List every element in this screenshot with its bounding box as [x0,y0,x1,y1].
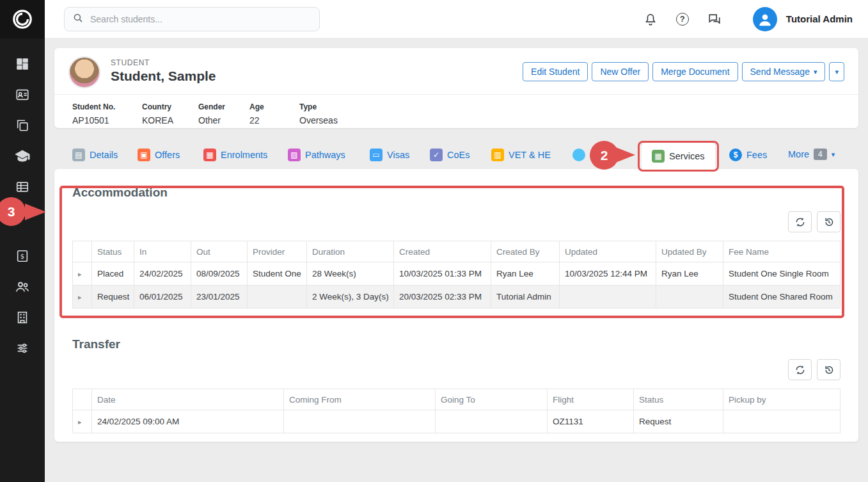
merge-document-button[interactable]: Merge Document [652,62,738,81]
tab-vet-he[interactable]: ▥ VET & HE [491,149,551,161]
tab-label: Visas [387,150,409,160]
organisation-icon[interactable] [14,309,31,326]
settings-sliders-icon[interactable] [14,340,31,357]
info-student-no: Student No.AP10501 [72,102,115,125]
user-menu[interactable]: Tutorial Admin [753,7,853,31]
column-header[interactable]: Created By [491,241,560,262]
topbar-actions: ? Tutorial Admin [643,7,853,31]
app-logo-swirl-icon[interactable] [0,0,45,38]
chevron-down-icon: ▾ [832,150,835,159]
table-cell: Tutorial Admin [491,285,560,309]
column-header[interactable]: Flight [548,389,634,410]
tab-offers[interactable]: ▣ Offers [138,149,180,161]
search-input[interactable] [90,14,312,24]
sidebar: $ [0,0,45,482]
tab-label: Offers [155,150,180,160]
info-age: Age22 [249,102,264,125]
table-cell: 24/02/2025 [134,262,191,285]
student-card-icon[interactable] [14,86,31,103]
list-table-icon[interactable] [14,179,31,195]
tab-services[interactable]: ▦ Services [642,142,715,170]
column-header[interactable]: Provider [248,241,307,262]
topbar: ? Tutorial Admin [45,0,868,38]
table-header-row: DateComing FromGoing ToFlightStatusPicku… [73,389,840,410]
send-message-button[interactable]: Send Message▾ [742,62,826,81]
column-header[interactable]: Date [92,389,284,410]
history-icon[interactable] [817,211,840,232]
tab-details[interactable]: ▤ Details [72,149,118,161]
tab-label: Services [669,151,705,161]
tab-fees[interactable]: $ Fees [729,149,767,161]
column-header[interactable]: Updated [560,241,656,262]
column-header[interactable]: Out [191,241,248,262]
tab-visas[interactable]: ▭ Visas [370,149,409,161]
student-header-card: STUDENT Student, Sample Edit Student New… [54,48,858,128]
refresh-icon[interactable] [788,211,812,232]
table-cell: Placed [92,262,134,285]
table-cell: 06/01/2025 [134,285,191,309]
edit-student-button[interactable]: Edit Student [523,62,588,81]
student-type-label: STUDENT [111,58,150,67]
tab-label: Pathways [305,150,345,160]
history-icon[interactable] [817,359,840,380]
fees-icon: $ [729,149,742,161]
coes-icon: ✓ [430,149,443,161]
new-offer-button[interactable]: New Offer [592,62,649,81]
info-type: TypeOverseas [299,102,338,125]
refresh-icon[interactable] [788,359,812,380]
tab-label: More [788,149,809,159]
help-icon[interactable]: ? [675,12,690,27]
chevron-down-icon: ▾ [814,68,817,76]
tab-label: VET & HE [509,150,551,160]
column-header[interactable]: Going To [436,389,548,410]
visas-icon: ▭ [370,149,383,161]
table-cell: 28 Week(s) [307,262,394,285]
expander-cell: ▸ [73,285,92,309]
enrolments-icon: ▦ [203,149,216,161]
documents-icon[interactable] [14,117,31,134]
tab-pathways[interactable]: ▨ Pathways [288,149,345,161]
more-actions-button[interactable]: ▾ [829,62,844,81]
table-cell: Ryan Lee [656,262,723,285]
transfer-title: Transfer [72,337,120,351]
tab-more[interactable]: More 4 ▾ [788,149,835,160]
table-cell [723,410,840,433]
column-header[interactable]: Coming From [284,389,436,410]
column-header[interactable]: Pickup by [723,389,840,410]
expander-cell: ▸ [73,410,92,433]
student-photo-avatar[interactable] [68,56,100,88]
column-header[interactable]: Created [394,241,491,262]
courses-icon[interactable] [14,148,31,165]
table-cell: OZ1131 [548,410,634,433]
tab-enrolments[interactable]: ▦ Enrolments [203,149,267,161]
column-header[interactable]: In [134,241,191,262]
user-avatar [753,7,777,31]
annotation-step-2: 2 [590,141,619,170]
column-header[interactable]: Status [92,241,134,262]
table-cell: 08/09/2025 [191,262,248,285]
accommodation-table: StatusInOutProviderDurationCreatedCreate… [72,241,840,309]
column-header[interactable]: Updated By [656,241,723,262]
tab-label: Fees [746,150,767,160]
table-cell: 24/02/2025 09:00 AM [92,410,284,433]
column-header[interactable]: Duration [307,241,394,262]
row-expander-icon[interactable]: ▸ [78,270,82,278]
dashboard-icon[interactable] [14,56,31,72]
agents-icon[interactable] [14,278,31,295]
row-expander-icon[interactable]: ▸ [78,293,82,301]
tab-hidden[interactable] [572,149,585,161]
chat-icon[interactable] [707,12,722,27]
tab-coes[interactable]: ✓ CoEs [430,149,470,161]
table-cell: Request [92,285,134,309]
table-cell [436,410,548,433]
notifications-bell-icon[interactable] [643,12,658,27]
expander-column-header [73,241,92,262]
row-expander-icon[interactable]: ▸ [78,418,82,426]
table-cell: 23/01/2025 [191,285,248,309]
details-icon: ▤ [72,149,85,161]
table-cell: Student One [248,262,307,285]
table-row: ▸24/02/2025 09:00 AMOZ1131Request [73,410,840,433]
column-header[interactable]: Fee Name [723,241,840,262]
finance-icon[interactable]: $ [14,248,31,264]
column-header[interactable]: Status [634,389,723,410]
